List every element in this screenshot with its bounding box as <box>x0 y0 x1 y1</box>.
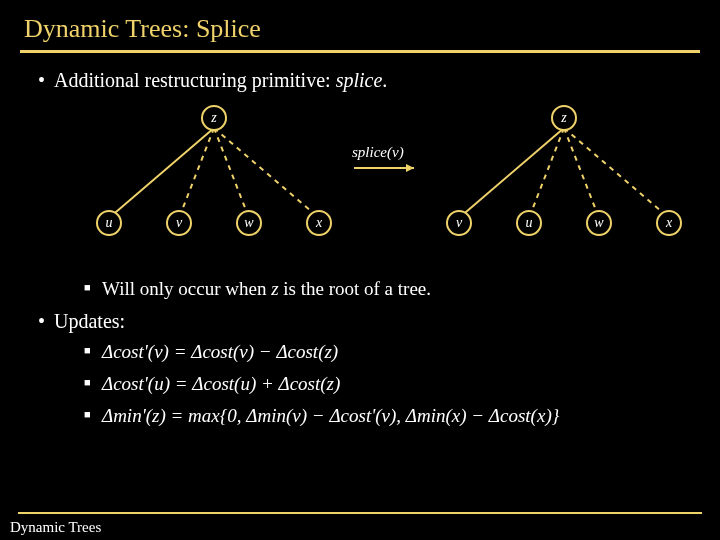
intro-em: splice <box>336 69 383 91</box>
node-right-root: z <box>551 105 577 131</box>
node-left-child-0: u <box>96 210 122 236</box>
node-right-child-3: x <box>656 210 682 236</box>
node-right-child-2: w <box>586 210 612 236</box>
node-right-child-0: v <box>446 210 472 236</box>
node-left-root: z <box>201 105 227 131</box>
root-note-em: z <box>271 278 278 299</box>
node-left-child-2: w <box>236 210 262 236</box>
root-note-head: Will only occur when <box>102 278 271 299</box>
eq-1: Δcost'(v) = Δcost(v) − Δcost(z) <box>84 341 700 363</box>
updates-label: Updates: <box>54 310 125 332</box>
sub-list-updates: Δcost'(v) = Δcost(v) − Δcost(z) Δcost'(u… <box>54 341 700 427</box>
edge-left-x-dashed <box>214 128 319 218</box>
title-rule <box>20 50 700 53</box>
bullet-list: Additional restructuring primitive: spli… <box>20 69 700 427</box>
bullet-updates: Updates: Δcost'(v) = Δcost(v) − Δcost(z)… <box>38 310 700 427</box>
edge-right-u-dashed <box>529 128 564 218</box>
slide: Dynamic Trees: Splice Additional restruc… <box>0 0 720 540</box>
eq-2: Δcost'(u) = Δcost(u) + Δcost(z) <box>84 373 700 395</box>
intro-text: Additional restructuring primitive: <box>54 69 336 91</box>
footer-rule <box>18 512 702 514</box>
sub-list-root-note: Will only occur when z is the root of a … <box>54 278 700 300</box>
node-right-child-1: u <box>516 210 542 236</box>
bullet-intro: Additional restructuring primitive: spli… <box>38 69 700 300</box>
edge-right-x-dashed <box>564 128 669 218</box>
op-label: splice(v) <box>352 144 404 161</box>
splice-diagram: splice(v) z u v w x z v u w x <box>54 98 714 268</box>
edge-right-w-dashed <box>564 128 599 218</box>
edge-left-v-dashed <box>179 128 214 218</box>
node-left-child-3: x <box>306 210 332 236</box>
edge-left-w-dashed <box>214 128 249 218</box>
slide-body: Additional restructuring primitive: spli… <box>20 69 700 427</box>
node-left-child-1: v <box>166 210 192 236</box>
arrow-head <box>406 164 414 172</box>
intro-period: . <box>382 69 387 91</box>
diagram-edges <box>54 98 714 268</box>
footer-text: Dynamic Trees <box>10 519 101 536</box>
eq-3: Δmin'(z) = max{0, Δmin(v) − Δcost'(v), Δ… <box>84 405 700 427</box>
root-note-tail: is the root of a tree. <box>279 278 431 299</box>
slide-title: Dynamic Trees: Splice <box>20 10 700 50</box>
edge-left-u-solid <box>109 128 214 218</box>
bullet-root-note: Will only occur when z is the root of a … <box>84 278 700 300</box>
edge-right-v-solid <box>459 128 564 218</box>
